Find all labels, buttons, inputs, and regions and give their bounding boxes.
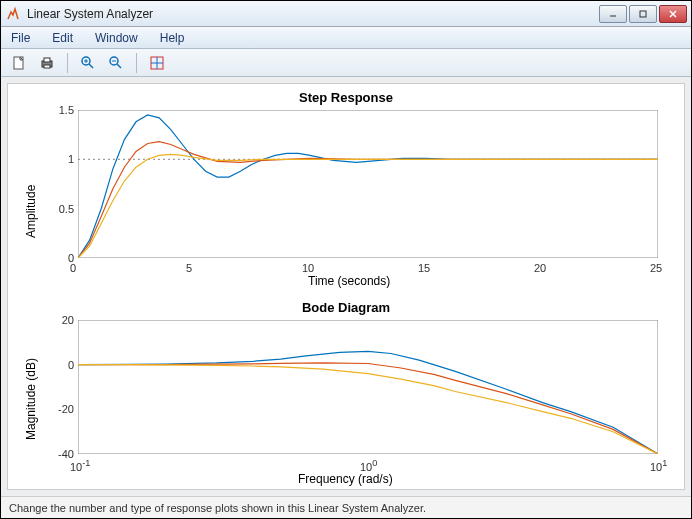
statusbar: Change the number and type of response p…	[1, 496, 691, 518]
menu-window[interactable]: Window	[95, 31, 138, 45]
ytick: 1	[50, 153, 74, 165]
chart2-ylabel: Magnitude (dB)	[24, 358, 38, 440]
svg-rect-6	[44, 58, 50, 62]
matlab-icon	[5, 6, 21, 22]
svg-rect-20	[78, 320, 658, 454]
print-icon[interactable]	[37, 53, 57, 73]
svg-line-13	[117, 64, 121, 68]
window: Linear System Analyzer File Edit Window …	[0, 0, 692, 519]
titlebar: Linear System Analyzer	[1, 1, 691, 27]
zoom-in-icon[interactable]	[78, 53, 98, 73]
ytick: 0	[50, 359, 74, 371]
xtick: 25	[650, 262, 662, 274]
xtick: 20	[534, 262, 546, 274]
chart2-xlabel: Frequency (rad/s)	[298, 472, 393, 486]
minimize-button[interactable]	[599, 5, 627, 23]
bode-chart[interactable]	[78, 320, 658, 454]
window-title: Linear System Analyzer	[27, 7, 599, 21]
menu-file[interactable]: File	[11, 31, 30, 45]
xtick: 100	[360, 458, 377, 473]
layout-icon[interactable]	[147, 53, 167, 73]
status-text: Change the number and type of response p…	[9, 502, 426, 514]
ytick: -40	[50, 448, 74, 460]
xtick: 15	[418, 262, 430, 274]
plot-canvas[interactable]: Step Response Amplitude Time (seconds) 0…	[7, 83, 685, 490]
chart1-ylabel: Amplitude	[24, 185, 38, 238]
step-response-chart[interactable]	[78, 110, 658, 258]
new-icon[interactable]	[9, 53, 29, 73]
chart1-title: Step Response	[8, 90, 684, 105]
svg-rect-7	[44, 65, 50, 68]
zoom-out-icon[interactable]	[106, 53, 126, 73]
toolbar-separator-2	[136, 53, 137, 73]
plot-area: Step Response Amplitude Time (seconds) 0…	[1, 77, 691, 496]
ytick: 0.5	[50, 203, 74, 215]
window-buttons	[599, 5, 687, 23]
xtick: 101	[650, 458, 667, 473]
menu-help[interactable]: Help	[160, 31, 185, 45]
svg-line-9	[89, 64, 93, 68]
chart2-title: Bode Diagram	[8, 300, 684, 315]
svg-rect-18	[78, 110, 658, 258]
toolbar-separator	[67, 53, 68, 73]
toolbar	[1, 49, 691, 77]
xtick: 10	[302, 262, 314, 274]
close-button[interactable]	[659, 5, 687, 23]
chart1-xlabel: Time (seconds)	[308, 274, 390, 288]
menu-edit[interactable]: Edit	[52, 31, 73, 45]
menubar: File Edit Window Help	[1, 27, 691, 49]
xtick: 5	[186, 262, 192, 274]
ytick: 20	[50, 314, 74, 326]
svg-rect-1	[640, 11, 646, 17]
ytick: 1.5	[50, 104, 74, 116]
maximize-button[interactable]	[629, 5, 657, 23]
xtick: 10-1	[70, 458, 90, 473]
ytick: 0	[50, 252, 74, 264]
ytick: -20	[50, 403, 74, 415]
